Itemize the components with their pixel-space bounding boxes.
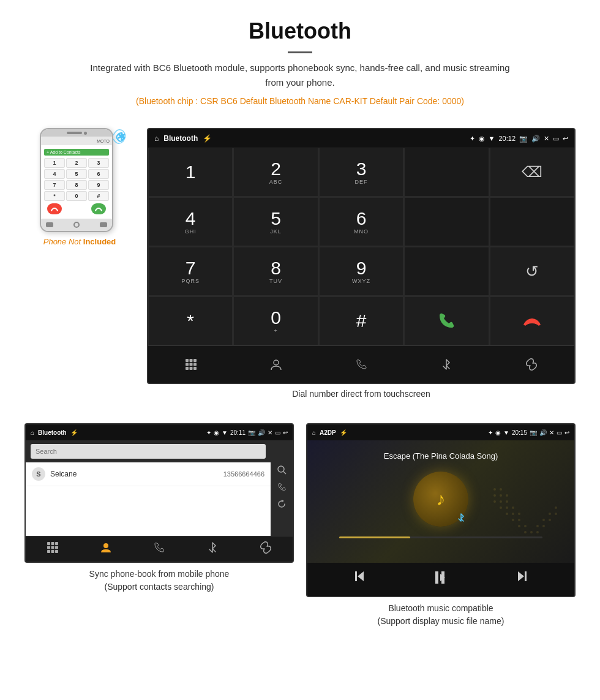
svg-rect-15 [55,542,58,545]
dialer-key-7[interactable]: 7 PQRS [148,247,233,296]
music-camera-icon: 📷 [530,429,537,436]
pb-close-icon: ✕ [268,429,272,436]
phone-back-btn [46,222,53,227]
volume-icon: 🔊 [531,135,540,143]
pb-vol-icon: 🔊 [258,429,265,436]
phone-not-included-label: Phone Not Included [43,237,116,246]
link-icon [525,358,538,371]
phone-key-7: 7 [44,180,65,190]
phonebook-item: ⌂ Bluetooth ⚡ ✦ ◉ ▼ 20:11 📷 🔊 ✕ ▭ ↩ [24,423,294,628]
dialer-key-6[interactable]: 6 MNO [319,197,403,246]
pb-back-icon: ↩ [283,429,288,436]
svg-point-29 [500,488,502,491]
contact-letter-s: S [32,467,45,481]
dialer-key-8[interactable]: 8 TUV [233,247,318,296]
contact-name: Seicane [50,470,223,478]
toolbar-dialpad[interactable] [148,346,233,383]
toolbar-call[interactable] [318,346,403,383]
phone-wrapper: ✱ MOTO + Add to Contacts 1 2 [40,128,119,232]
music-home-icon: ⌂ [312,429,316,436]
svg-rect-3 [193,359,197,362]
dialer-caption: Dial number direct from touchscreen [292,389,430,399]
dialer-key-2[interactable]: 2 ABC [233,148,318,197]
dialer-end-button[interactable] [490,296,574,345]
pb-search-icon[interactable] [277,465,287,477]
svg-point-11 [278,466,284,472]
music-close-icon: ✕ [549,429,554,436]
header-divider [288,51,312,53]
dialer-key-star[interactable]: * [148,296,233,345]
dialer-call-button[interactable] [404,296,489,345]
pb-toolbar-dialpad[interactable] [47,541,59,557]
dialer-redial[interactable]: ↺ [490,247,574,296]
pb-contact-row: S Seicane 13566664466 [26,462,271,486]
svg-rect-13 [47,542,50,545]
dialer-key-0[interactable]: 0 + [233,296,318,345]
dialer-key-9[interactable]: 9 WXYZ [319,247,403,296]
close-icon: ✕ [544,135,549,143]
toolbar-contacts[interactable] [233,346,318,383]
call-toolbar-icon [354,358,368,371]
phone-key-1: 1 [44,158,65,168]
dialer-key-hash[interactable]: # [319,296,403,345]
next-button[interactable] [515,569,530,590]
pb-status-left: ⌂ Bluetooth ⚡ [31,429,78,436]
svg-point-40 [524,531,527,533]
svg-point-25 [493,488,496,491]
svg-rect-53 [435,571,438,584]
phone-key-4: 4 [44,169,65,179]
dialer-backspace[interactable]: ⌫ [490,148,574,197]
phone-key-5: 5 [66,169,87,179]
prev-button[interactable] [352,569,367,590]
contacts-icon [269,358,283,371]
svg-rect-57 [525,571,527,581]
svg-point-45 [542,519,545,521]
svg-point-26 [500,506,502,509]
pb-toolbar-contacts-active[interactable] [100,541,112,557]
music-back-icon: ↩ [564,429,569,436]
header-specs: (Bluetooth chip : CSR BC6 Default Blueto… [12,96,588,106]
dialer-status-left: ⌂ Bluetooth ⚡ [154,134,212,143]
pb-toolbar [26,536,293,562]
svg-rect-21 [55,550,58,553]
phone-camera [84,132,87,135]
dialer-status-bar: ⌂ Bluetooth ⚡ ✦ ◉ ▼ 20:12 📷 🔊 ✕ ▭ ↩ [148,129,574,148]
svg-point-33 [506,494,508,497]
pb-toolbar-bt[interactable] [206,541,219,557]
phone-key-8: 8 [66,180,87,190]
music-vol-icon: 🔊 [539,429,547,436]
dialer-key-3[interactable]: 3 DEF [319,148,403,197]
svg-point-35 [512,513,514,515]
svg-rect-16 [47,546,50,549]
svg-point-30 [506,513,508,515]
svg-rect-9 [193,367,197,370]
music-song-title: Escape (The Pina Colada Song) [384,451,498,461]
redial-icon: ↺ [525,262,539,281]
dialer-key-1[interactable]: 1 [148,148,233,197]
dialer-title: Bluetooth [163,134,198,143]
pb-toolbar-phone[interactable] [153,541,165,557]
dialer-status-right: ✦ ◉ ▼ 20:12 📷 🔊 ✕ ▭ ↩ [470,135,568,143]
dialer-key-4[interactable]: 4 GHI [148,197,233,246]
dialer-key-5[interactable]: 5 JKL [233,197,318,246]
pb-refresh-right-icon[interactable] [277,499,287,511]
pb-window-icon: ▭ [275,429,280,436]
pb-toolbar-link[interactable] [260,541,272,557]
phone-key-hash: # [88,191,109,201]
pb-search-input[interactable] [31,444,266,459]
play-pause-button[interactable] [432,569,449,590]
svg-point-46 [542,525,545,527]
phone-screen: + Add to Contacts 1 2 3 4 5 6 7 8 9 * 0 [41,145,112,219]
svg-rect-6 [193,363,197,366]
music-bt-badge-icon [457,513,465,524]
pb-home-icon: ⌂ [31,429,34,436]
phonebook-caption: Sync phone-book from mobile phone (Suppo… [89,568,230,593]
music-note-icon: ♪ [437,489,446,510]
toolbar-bluetooth[interactable] [404,346,489,383]
music-usb-icon: ⚡ [340,429,347,436]
svg-point-36 [512,506,514,509]
toolbar-link[interactable] [489,346,574,383]
pb-phone-right-icon[interactable] [277,482,287,494]
dialer-screen-container: ⌂ Bluetooth ⚡ ✦ ◉ ▼ 20:12 📷 🔊 ✕ ▭ ↩ [147,128,576,399]
music-status-left: ⌂ A2DP ⚡ [312,429,347,436]
